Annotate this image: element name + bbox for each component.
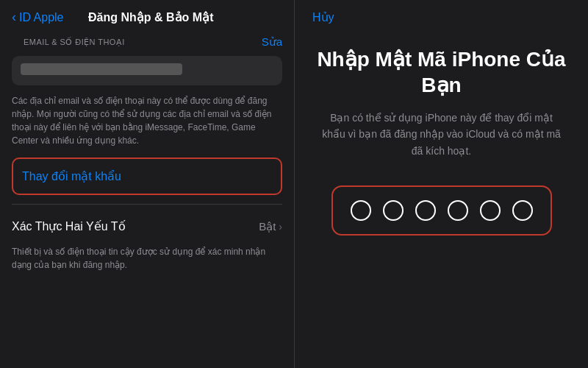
section-label: EMAIL & SỐ ĐIỆN THOẠI [12,32,137,52]
pin-circle-4 [448,200,468,221]
section-header: EMAIL & SỐ ĐIỆN THOẠI Sửa [0,32,294,56]
right-title: Nhập Mật Mã iPhone Của Bạn [312,46,570,98]
two-factor-value: Bật › [259,220,282,233]
page-title: Đăng Nhập & Bảo Mật [63,10,238,24]
pin-input-container[interactable] [331,185,552,236]
edit-button[interactable]: Sửa [262,35,282,49]
change-password-label: Thay đổi mật khẩu [22,170,121,183]
back-label: ID Apple [19,11,63,24]
two-factor-status: Bật [259,220,276,233]
two-factor-row[interactable]: Xác Thực Hai Yếu Tố Bật › [0,210,294,242]
left-header: ‹ ID Apple Đăng Nhập & Bảo Mật [0,0,294,32]
email-description: Các địa chỉ email và số điện thoại này c… [0,90,294,155]
right-panel: Hủy Nhập Mật Mã iPhone Của Bạn Bạn có th… [295,0,588,368]
email-box [12,56,282,85]
right-header: Hủy [312,0,570,32]
change-password-button[interactable]: Thay đổi mật khẩu [12,158,282,195]
email-blurred [21,63,182,75]
two-factor-label: Xác Thực Hai Yếu Tố [12,219,126,233]
back-chevron-icon: ‹ [12,10,16,24]
two-factor-description: Thiết bị và số điện thoại tin cậy được s… [0,242,294,279]
pin-circle-6 [512,200,533,221]
back-button[interactable]: ‹ ID Apple [12,11,63,24]
pin-circle-1 [351,200,371,221]
two-factor-chevron-icon: › [279,221,282,233]
divider [12,204,282,205]
left-panel: ‹ ID Apple Đăng Nhập & Bảo Mật EMAIL & S… [0,0,294,368]
cancel-button[interactable]: Hủy [312,10,334,24]
pin-circle-5 [480,200,501,221]
right-description: Bạn có thể sử dụng iPhone này để thay đổ… [312,110,570,159]
pin-circle-3 [415,200,436,221]
pin-circle-2 [383,200,404,221]
